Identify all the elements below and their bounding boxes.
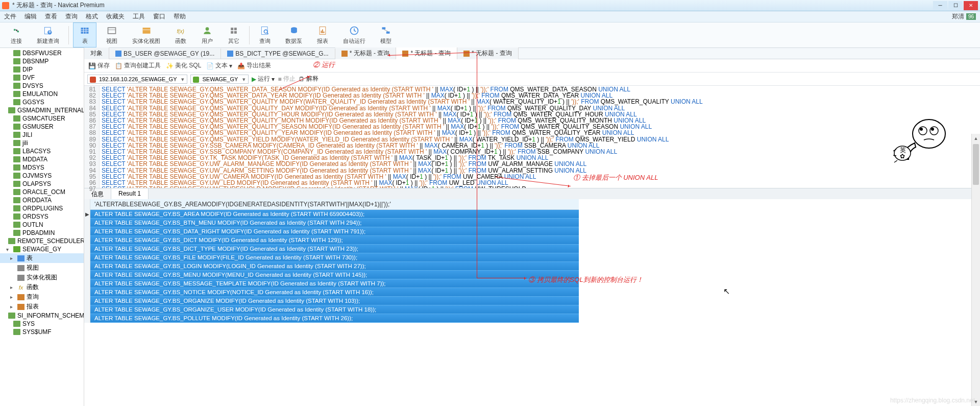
menu-edit[interactable]: 编辑: [24, 12, 37, 21]
tree-item-gsmadmininternal[interactable]: GSMADMIN_INTERNAL: [0, 106, 84, 114]
tab-3[interactable]: * 无标题 - 查询: [335, 47, 397, 59]
tab-5[interactable]: * 无标题 - 查询: [457, 47, 519, 59]
run-button[interactable]: ▶运行 ▾: [252, 75, 275, 83]
toolbar-connect[interactable]: 连接: [5, 23, 28, 47]
toolbar-other[interactable]: 其它: [223, 23, 245, 47]
tree-item-sys[interactable]: SYS: [0, 320, 84, 328]
grid-header[interactable]: 'ALTERTABLESEWAGE_GY.BS_AREAMODIFY(IDGEN…: [90, 199, 579, 210]
server-select[interactable]: 192.168.10.226_SEWAGE_GY: [87, 75, 187, 84]
tree-item-ordsys[interactable]: ORDSYS: [0, 212, 84, 221]
object-tree[interactable]: DBSFWUSERDBSNMPDIPDVFDVSYSEMULATIONGGSYS…: [0, 48, 84, 406]
grid-row[interactable]: ALTER TABLE SEWAGE_GY.BS_DICT MODIFY(ID …: [90, 236, 579, 245]
code-area[interactable]: SELECT 'ALTER TABLE SEWAGE_GY.QMS_WATER_…: [100, 86, 980, 188]
tree-item-jili[interactable]: JILI: [0, 131, 84, 139]
tree-item-dbsnmp[interactable]: DBSNMP: [0, 57, 84, 65]
grid-row[interactable]: ALTER TABLE SEWAGE_GY.BS_LOGIN MODIFY(LO…: [90, 262, 579, 271]
tree-item-mdsys[interactable]: MDSYS: [0, 163, 84, 172]
maximize-button[interactable]: ☐: [948, 1, 963, 10]
tree-item-gsmcatuser[interactable]: GSMCATUSER: [0, 114, 84, 123]
grid-row[interactable]: ALTER TABLE SEWAGE_GY.BS_MESSAGE_TEMPLAT…: [90, 279, 579, 288]
tree-item-dvf[interactable]: DVF: [0, 74, 84, 82]
tree-item-dvsys[interactable]: DVSYS: [0, 82, 84, 90]
menu-file[interactable]: 文件: [4, 12, 16, 21]
scroll-up-icon[interactable]: ▲: [972, 134, 980, 142]
result-tab-1[interactable]: Result 1: [111, 188, 149, 199]
tree-item-lbacsys[interactable]: LBACSYS: [0, 147, 84, 155]
tree-item-gsmuser[interactable]: GSMUSER: [0, 123, 84, 131]
menu-help[interactable]: 帮助: [174, 12, 186, 21]
schema-select[interactable]: SEWAGE_GY: [190, 75, 249, 84]
text-button[interactable]: 📄 文本 ▾: [206, 61, 232, 70]
save-button[interactable]: 💾 保存: [88, 61, 110, 70]
toolbar-matview[interactable]: 实体化视图: [127, 23, 165, 47]
toolbar-new-query[interactable]: +新建查询: [32, 23, 64, 47]
user-badge[interactable]: 郑清 96: [952, 12, 976, 21]
tree-item-[interactable]: ▸报表: [0, 302, 84, 312]
grid-row[interactable]: ALTER TABLE SEWAGE_GY.BS_POLLUTE MODIFY(…: [90, 314, 579, 323]
tree-item-olapsys[interactable]: OLAPSYS: [0, 180, 84, 188]
grid-row[interactable]: ALTER TABLE SEWAGE_GY.BS_AREA MODIFY(ID …: [90, 210, 579, 219]
menu-tools[interactable]: 工具: [133, 12, 145, 21]
tree-item-emulation[interactable]: EMULATION: [0, 90, 84, 98]
toolbar-autorun[interactable]: 自动运行: [338, 23, 371, 47]
editor-scrollbar[interactable]: ▲ ▼: [971, 134, 980, 406]
tree-item-remotescheduleragent[interactable]: REMOTE_SCHEDULER_AGENT: [0, 237, 84, 245]
menu-query[interactable]: 查询: [65, 12, 78, 21]
tree-item-dbsfwuser[interactable]: DBSFWUSER: [0, 49, 84, 57]
grid-row[interactable]: ALTER TABLE SEWAGE_GY.BS_FILE MODIFY(FIL…: [90, 253, 579, 262]
grid-row[interactable]: ALTER TABLE SEWAGE_GY.BS_ORGANIZE_USER M…: [90, 305, 579, 314]
toolbar-table[interactable]: 表: [73, 22, 96, 47]
tree-item-[interactable]: ▸查询: [0, 292, 84, 302]
toolbar-report[interactable]: 报表: [311, 23, 334, 47]
grid-row[interactable]: ALTER TABLE SEWAGE_GY.BS_DICT_TYPE MODIF…: [90, 245, 579, 253]
tree-item-jili[interactable]: jili: [0, 139, 84, 147]
scroll-thumb[interactable]: [973, 144, 979, 185]
grid-row[interactable]: ALTER TABLE SEWAGE_GY.BS_MENU MODIFY(MEN…: [90, 271, 579, 279]
tree-item-oracleocm[interactable]: ORACLE_OCM: [0, 188, 84, 196]
stop-button[interactable]: ■ 停止: [278, 75, 295, 83]
explain-button[interactable]: 🗒 解释: [299, 75, 318, 83]
toolbar-query[interactable]: 查询: [254, 23, 276, 47]
minimize-button[interactable]: ─: [933, 1, 947, 10]
result-grid[interactable]: ▶ 'ALTERTABLESEWAGE_GY.BS_AREAMODIFY(IDG…: [84, 199, 980, 406]
expand-icon[interactable]: ▸: [10, 304, 15, 309]
tree-item-mddata[interactable]: MDDATA: [0, 155, 84, 163]
query-designer-button[interactable]: 📋 查询创建工具: [115, 61, 161, 70]
export-button[interactable]: 📤 导出结果: [237, 61, 271, 70]
close-button[interactable]: ✕: [964, 1, 978, 10]
expand-icon[interactable]: ▸: [10, 294, 15, 300]
tree-item-[interactable]: ▸表: [0, 253, 84, 263]
menu-window[interactable]: 窗口: [153, 12, 165, 21]
tree-item-ojvmsys[interactable]: OJVMSYS: [0, 172, 84, 180]
sql-editor[interactable]: 8182838485868788899091929394959697 SELEC…: [84, 86, 980, 188]
toolbar-user[interactable]: 用户: [196, 23, 218, 47]
toolbar-model[interactable]: 模型: [375, 23, 397, 47]
tab-2[interactable]: BS_DICT_TYPE @SEWAGE_G...: [221, 49, 335, 59]
menu-format[interactable]: 格式: [86, 12, 98, 21]
tab-1[interactable]: BS_USER @SEWAGE_GY (19...: [109, 49, 221, 59]
tree-item-orddata[interactable]: ORDDATA: [0, 196, 84, 204]
tree-item-pdbadmin[interactable]: PDBADMIN: [0, 229, 84, 237]
tree-item-dip[interactable]: DIP: [0, 65, 84, 74]
beautify-sql-button[interactable]: ✨ 美化 SQL: [166, 61, 201, 70]
toolbar-view[interactable]: 视图: [101, 23, 123, 47]
tree-item-[interactable]: 实体化视图: [0, 273, 84, 282]
expand-icon[interactable]: ▸: [10, 255, 15, 261]
menu-favorites[interactable]: 收藏夹: [106, 12, 125, 21]
toolbar-datapump[interactable]: 数据泵: [280, 23, 307, 47]
tab-0[interactable]: 对象: [84, 47, 109, 59]
grid-row[interactable]: ALTER TABLE SEWAGE_GY.BS_DATA_RIGHT MODI…: [90, 227, 579, 236]
tree-item-sewagegy[interactable]: ▾SEWAGE_GY: [0, 245, 84, 253]
tree-item-outln[interactable]: OUTLN: [0, 221, 84, 229]
tree-item-siinformtnschema[interactable]: SI_INFORMTN_SCHEMA: [0, 312, 84, 320]
tree-item-[interactable]: 视图: [0, 263, 84, 273]
menu-view[interactable]: 查看: [45, 12, 57, 21]
tree-item-sysumf[interactable]: SYS$UMF: [0, 328, 84, 336]
tree-item-ordplugins[interactable]: ORDPLUGINS: [0, 204, 84, 212]
grid-row[interactable]: ALTER TABLE SEWAGE_GY.BS_NOTICE MODIFY(N…: [90, 288, 579, 297]
expand-icon[interactable]: ▸: [10, 284, 15, 290]
grid-row[interactable]: ALTER TABLE SEWAGE_GY.BS_BTN_MENU MODIFY…: [90, 219, 579, 227]
tree-item-[interactable]: ▸fx函数: [0, 282, 84, 292]
expand-icon[interactable]: ▾: [6, 247, 11, 252]
grid-row[interactable]: ALTER TABLE SEWAGE_GY.BS_ORGANIZE MODIFY…: [90, 297, 579, 305]
